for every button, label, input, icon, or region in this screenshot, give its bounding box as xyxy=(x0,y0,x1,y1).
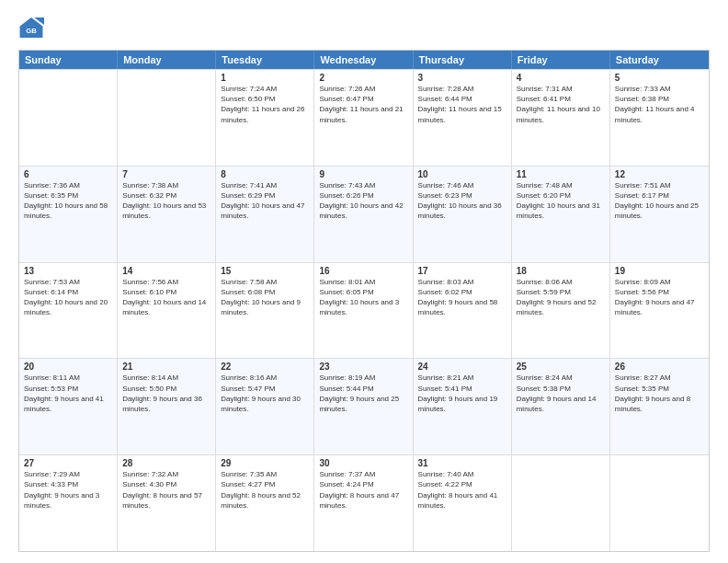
cell-info: Sunrise: 7:36 AMSunset: 6:35 PMDaylight:… xyxy=(24,180,112,222)
cell-day-number: 6 xyxy=(24,169,112,179)
cell-day-number: 20 xyxy=(24,362,112,372)
header-day-tuesday: Tuesday xyxy=(216,51,314,69)
cell-info: Sunrise: 8:16 AMSunset: 5:47 PMDaylight:… xyxy=(221,373,309,414)
header-day-sunday: Sunday xyxy=(19,51,118,69)
cell-day-number: 7 xyxy=(122,169,210,179)
calendar-cell xyxy=(610,455,709,551)
cell-info: Sunrise: 7:53 AMSunset: 6:14 PMDaylight:… xyxy=(24,277,112,318)
cell-info: Sunrise: 8:09 AMSunset: 5:56 PMDaylight:… xyxy=(615,277,704,318)
calendar-cell: 13Sunrise: 7:53 AMSunset: 6:14 PMDayligh… xyxy=(19,263,118,359)
calendar-cell: 6Sunrise: 7:36 AMSunset: 6:35 PMDaylight… xyxy=(19,167,118,262)
cell-info: Sunrise: 7:40 AMSunset: 4:22 PMDaylight:… xyxy=(418,469,506,511)
cell-day-number: 27 xyxy=(24,458,112,468)
cell-info: Sunrise: 8:24 AMSunset: 5:38 PMDaylight:… xyxy=(517,373,605,414)
calendar-cell: 3Sunrise: 7:28 AMSunset: 6:44 PMDaylight… xyxy=(414,70,512,166)
calendar-row-2: 6Sunrise: 7:36 AMSunset: 6:35 PMDaylight… xyxy=(19,166,709,262)
calendar-row-1: 1Sunrise: 7:24 AMSunset: 6:50 PMDaylight… xyxy=(19,69,709,166)
cell-day-number: 23 xyxy=(319,362,407,372)
cell-day-number: 15 xyxy=(221,266,309,276)
cell-day-number: 29 xyxy=(221,458,309,468)
calendar-cell: 21Sunrise: 8:14 AMSunset: 5:50 PMDayligh… xyxy=(118,359,216,454)
cell-day-number: 1 xyxy=(221,73,309,83)
cell-day-number: 12 xyxy=(615,169,704,179)
cell-info: Sunrise: 7:28 AMSunset: 6:44 PMDaylight:… xyxy=(418,84,506,125)
logo: GB xyxy=(18,15,48,40)
cell-info: Sunrise: 7:43 AMSunset: 6:26 PMDaylight:… xyxy=(319,180,407,222)
cell-info: Sunrise: 8:01 AMSunset: 6:05 PMDaylight:… xyxy=(319,277,407,318)
calendar-cell: 27Sunrise: 7:29 AMSunset: 4:33 PMDayligh… xyxy=(19,455,118,551)
calendar-cell xyxy=(118,70,216,166)
calendar-cell: 17Sunrise: 8:03 AMSunset: 6:02 PMDayligh… xyxy=(414,263,512,359)
calendar-header: SundayMondayTuesdayWednesdayThursdayFrid… xyxy=(19,51,709,69)
calendar-cell: 9Sunrise: 7:43 AMSunset: 6:26 PMDaylight… xyxy=(314,167,413,262)
cell-day-number: 17 xyxy=(418,266,506,276)
cell-info: Sunrise: 7:35 AMSunset: 4:27 PMDaylight:… xyxy=(221,469,309,511)
cell-info: Sunrise: 7:29 AMSunset: 4:33 PMDaylight:… xyxy=(24,469,112,511)
calendar-cell: 28Sunrise: 7:32 AMSunset: 4:30 PMDayligh… xyxy=(118,455,216,551)
cell-info: Sunrise: 7:32 AMSunset: 4:30 PMDaylight:… xyxy=(122,469,210,511)
cell-info: Sunrise: 7:48 AMSunset: 6:20 PMDaylight:… xyxy=(517,180,605,222)
cell-day-number: 14 xyxy=(122,266,210,276)
calendar-cell: 26Sunrise: 8:27 AMSunset: 5:35 PMDayligh… xyxy=(610,359,709,454)
cell-day-number: 19 xyxy=(615,266,704,276)
cell-info: Sunrise: 8:03 AMSunset: 6:02 PMDaylight:… xyxy=(418,277,506,318)
calendar-cell: 5Sunrise: 7:33 AMSunset: 6:38 PMDaylight… xyxy=(610,70,709,166)
cell-day-number: 8 xyxy=(221,169,309,179)
calendar-cell xyxy=(512,455,610,551)
cell-info: Sunrise: 8:21 AMSunset: 5:41 PMDaylight:… xyxy=(418,373,506,414)
calendar-cell: 20Sunrise: 8:11 AMSunset: 5:53 PMDayligh… xyxy=(19,359,118,454)
calendar-cell: 7Sunrise: 7:38 AMSunset: 6:32 PMDaylight… xyxy=(118,167,216,262)
calendar-row-5: 27Sunrise: 7:29 AMSunset: 4:33 PMDayligh… xyxy=(19,454,709,551)
cell-info: Sunrise: 8:19 AMSunset: 5:44 PMDaylight:… xyxy=(319,373,407,414)
calendar-cell: 1Sunrise: 7:24 AMSunset: 6:50 PMDaylight… xyxy=(216,70,314,166)
cell-day-number: 5 xyxy=(615,73,704,83)
header-day-monday: Monday xyxy=(118,51,216,69)
calendar-cell: 12Sunrise: 7:51 AMSunset: 6:17 PMDayligh… xyxy=(610,167,709,262)
cell-day-number: 10 xyxy=(418,169,506,179)
calendar-cell: 11Sunrise: 7:48 AMSunset: 6:20 PMDayligh… xyxy=(512,167,610,262)
cell-info: Sunrise: 7:31 AMSunset: 6:41 PMDaylight:… xyxy=(517,84,605,125)
calendar-cell: 10Sunrise: 7:46 AMSunset: 6:23 PMDayligh… xyxy=(414,167,512,262)
cell-day-number: 11 xyxy=(517,169,605,179)
cell-day-number: 21 xyxy=(122,362,210,372)
cell-day-number: 25 xyxy=(517,362,605,372)
cell-info: Sunrise: 7:58 AMSunset: 6:08 PMDaylight:… xyxy=(221,277,309,318)
header-day-friday: Friday xyxy=(512,51,610,69)
calendar-cell: 24Sunrise: 8:21 AMSunset: 5:41 PMDayligh… xyxy=(414,359,512,454)
header-day-saturday: Saturday xyxy=(610,51,709,69)
cell-info: Sunrise: 8:14 AMSunset: 5:50 PMDaylight:… xyxy=(122,373,210,414)
calendar-row-4: 20Sunrise: 8:11 AMSunset: 5:53 PMDayligh… xyxy=(19,358,709,454)
cell-day-number: 16 xyxy=(319,266,407,276)
cell-day-number: 31 xyxy=(418,458,506,468)
cell-info: Sunrise: 7:51 AMSunset: 6:17 PMDaylight:… xyxy=(615,180,704,222)
calendar-cell: 29Sunrise: 7:35 AMSunset: 4:27 PMDayligh… xyxy=(216,455,314,551)
calendar-cell: 18Sunrise: 8:06 AMSunset: 5:59 PMDayligh… xyxy=(512,263,610,359)
calendar: SundayMondayTuesdayWednesdayThursdayFrid… xyxy=(18,50,710,552)
cell-day-number: 4 xyxy=(517,73,605,83)
calendar-cell: 14Sunrise: 7:56 AMSunset: 6:10 PMDayligh… xyxy=(118,263,216,359)
cell-day-number: 30 xyxy=(319,458,407,468)
header-day-wednesday: Wednesday xyxy=(314,51,413,69)
cell-info: Sunrise: 8:27 AMSunset: 5:35 PMDaylight:… xyxy=(615,373,704,414)
calendar-cell: 30Sunrise: 7:37 AMSunset: 4:24 PMDayligh… xyxy=(314,455,413,551)
cell-info: Sunrise: 7:26 AMSunset: 6:47 PMDaylight:… xyxy=(319,84,407,125)
cell-day-number: 28 xyxy=(122,458,210,468)
cell-day-number: 3 xyxy=(418,73,506,83)
calendar-cell: 22Sunrise: 8:16 AMSunset: 5:47 PMDayligh… xyxy=(216,359,314,454)
cell-day-number: 9 xyxy=(319,169,407,179)
cell-info: Sunrise: 7:56 AMSunset: 6:10 PMDaylight:… xyxy=(122,277,210,318)
page-header: GB xyxy=(18,15,710,40)
cell-info: Sunrise: 7:37 AMSunset: 4:24 PMDaylight:… xyxy=(319,469,407,511)
calendar-cell: 19Sunrise: 8:09 AMSunset: 5:56 PMDayligh… xyxy=(610,263,709,359)
calendar-cell: 25Sunrise: 8:24 AMSunset: 5:38 PMDayligh… xyxy=(512,359,610,454)
cell-day-number: 26 xyxy=(615,362,704,372)
calendar-row-3: 13Sunrise: 7:53 AMSunset: 6:14 PMDayligh… xyxy=(19,262,709,359)
cell-info: Sunrise: 8:11 AMSunset: 5:53 PMDaylight:… xyxy=(24,373,112,414)
svg-text:GB: GB xyxy=(26,27,37,35)
calendar-body: 1Sunrise: 7:24 AMSunset: 6:50 PMDaylight… xyxy=(19,69,709,551)
cell-info: Sunrise: 7:33 AMSunset: 6:38 PMDaylight:… xyxy=(615,84,704,125)
cell-day-number: 2 xyxy=(319,73,407,83)
calendar-cell: 23Sunrise: 8:19 AMSunset: 5:44 PMDayligh… xyxy=(314,359,413,454)
cell-day-number: 18 xyxy=(517,266,605,276)
calendar-cell xyxy=(19,70,118,166)
